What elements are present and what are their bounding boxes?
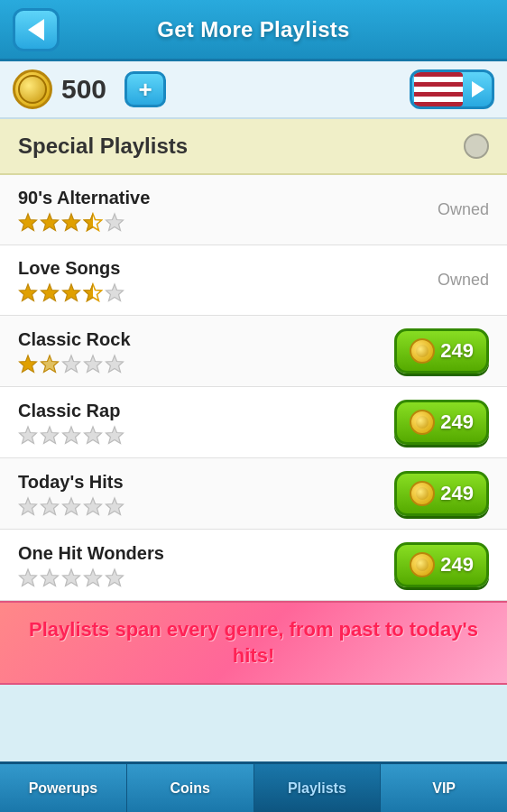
star-empty: [83, 354, 103, 374]
back-arrow-icon: [28, 19, 44, 41]
star-empty: [40, 425, 60, 445]
playlist-info: Today's Hits: [18, 472, 124, 516]
playlist-name: Classic Rap: [18, 401, 124, 421]
nav-label: VIP: [432, 780, 456, 797]
svg-marker-31: [63, 569, 80, 586]
add-coins-button[interactable]: +: [124, 71, 166, 107]
star-empty: [105, 212, 124, 232]
svg-marker-25: [41, 498, 59, 515]
star-empty: [105, 567, 124, 587]
nav-label: Coins: [170, 780, 209, 797]
list-item[interactable]: Classic Rock249: [0, 316, 507, 387]
nav-item-vip[interactable]: VIP: [381, 764, 507, 812]
nav-item-coins[interactable]: Coins: [127, 764, 254, 812]
star-filled: [18, 282, 38, 302]
star-filled: [61, 282, 81, 302]
list-item[interactable]: Classic Rap249: [0, 387, 507, 458]
flag-button[interactable]: [410, 69, 494, 109]
svg-marker-22: [85, 427, 102, 444]
playlist-info: 90's Alternative: [18, 188, 150, 232]
playlist-name: 90's Alternative: [18, 188, 150, 208]
star-filled: [61, 212, 81, 232]
header: Get More Playlists: [0, 0, 507, 61]
coin-icon: [13, 69, 52, 109]
promo-text: Playlists span every genre, from past to…: [18, 617, 489, 669]
buy-coin-icon: [410, 338, 435, 364]
svg-marker-17: [85, 355, 102, 373]
star-empty: [83, 496, 103, 516]
buy-coin-icon: [410, 552, 435, 577]
star-rating: [18, 282, 124, 302]
page-title: Get More Playlists: [60, 17, 447, 42]
list-item[interactable]: Love SongsOwned: [0, 245, 507, 316]
list-item[interactable]: One Hit Wonders249: [0, 530, 507, 601]
playlist-name: One Hit Wonders: [18, 543, 164, 564]
star-rating: [18, 567, 164, 587]
svg-marker-24: [20, 498, 37, 515]
star-filled: [40, 212, 60, 232]
coin-amount: 500: [61, 74, 115, 105]
buy-button[interactable]: 249: [394, 542, 489, 587]
buy-price: 249: [440, 482, 474, 505]
nav-label: Powerups: [29, 780, 97, 797]
playlist-list: 90's AlternativeOwnedLove SongsOwnedClas…: [0, 175, 507, 601]
playlist-name: Classic Rock: [18, 329, 131, 350]
star-empty: [61, 425, 81, 445]
buy-button[interactable]: 249: [394, 471, 489, 516]
star-rating: [18, 496, 124, 516]
svg-marker-8: [41, 284, 59, 301]
svg-marker-14: [20, 355, 37, 373]
star-empty: [18, 496, 38, 516]
info-icon[interactable]: [464, 134, 489, 159]
buy-price: 249: [440, 339, 474, 363]
playlist-info: Classic Rock: [18, 329, 131, 374]
star-empty: [61, 354, 81, 374]
svg-marker-9: [63, 284, 80, 301]
star-outline: [40, 354, 60, 374]
buy-price: 249: [440, 411, 474, 434]
nav-item-powerups[interactable]: Powerups: [0, 764, 127, 812]
star-filled: [18, 212, 38, 232]
svg-marker-1: [41, 214, 59, 231]
svg-marker-16: [63, 355, 80, 373]
star-empty: [105, 354, 124, 374]
promo-banner: Playlists span every genre, from past to…: [0, 601, 507, 685]
star-filled: [40, 282, 60, 302]
svg-marker-18: [106, 355, 124, 373]
star-rating: [18, 354, 131, 374]
buy-button[interactable]: 249: [394, 328, 489, 374]
playlist-info: Classic Rap: [18, 401, 124, 445]
svg-marker-33: [106, 569, 124, 586]
main-content: Special Playlists 90's AlternativeOwnedL…: [0, 119, 507, 761]
us-flag-icon: [414, 72, 463, 106]
star-empty: [83, 425, 103, 445]
star-empty: [61, 567, 81, 587]
star-empty: [18, 567, 38, 587]
star-half: [83, 212, 103, 232]
svg-marker-7: [20, 284, 37, 301]
buy-button[interactable]: 249: [394, 400, 489, 445]
section-title: Special Playlists: [18, 134, 188, 159]
star-half: [83, 282, 103, 302]
nav-item-playlists[interactable]: Playlists: [254, 764, 382, 812]
playlist-name: Today's Hits: [18, 472, 124, 493]
list-item[interactable]: 90's AlternativeOwned: [0, 175, 507, 245]
svg-marker-15: [41, 355, 59, 373]
star-empty: [105, 282, 124, 302]
list-item[interactable]: Today's Hits249: [0, 458, 507, 530]
flag-play-button[interactable]: [465, 69, 492, 109]
svg-marker-26: [63, 498, 80, 515]
bottom-nav: PowerupsCoinsPlaylistsVIP: [0, 761, 507, 812]
play-triangle-icon: [472, 81, 484, 97]
svg-marker-30: [41, 569, 59, 586]
star-empty: [18, 425, 38, 445]
star-rating: [18, 212, 150, 232]
section-header: Special Playlists: [0, 119, 507, 175]
star-empty: [40, 567, 60, 587]
buy-coin-icon: [410, 481, 435, 506]
star-empty: [83, 567, 103, 587]
back-button[interactable]: [13, 8, 60, 51]
svg-marker-19: [20, 427, 37, 444]
svg-marker-0: [20, 214, 37, 231]
star-empty: [40, 496, 60, 516]
